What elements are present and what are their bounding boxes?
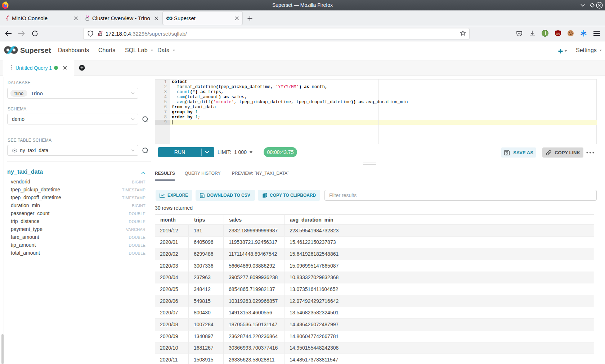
svg-text:UO: UO — [556, 33, 560, 36]
